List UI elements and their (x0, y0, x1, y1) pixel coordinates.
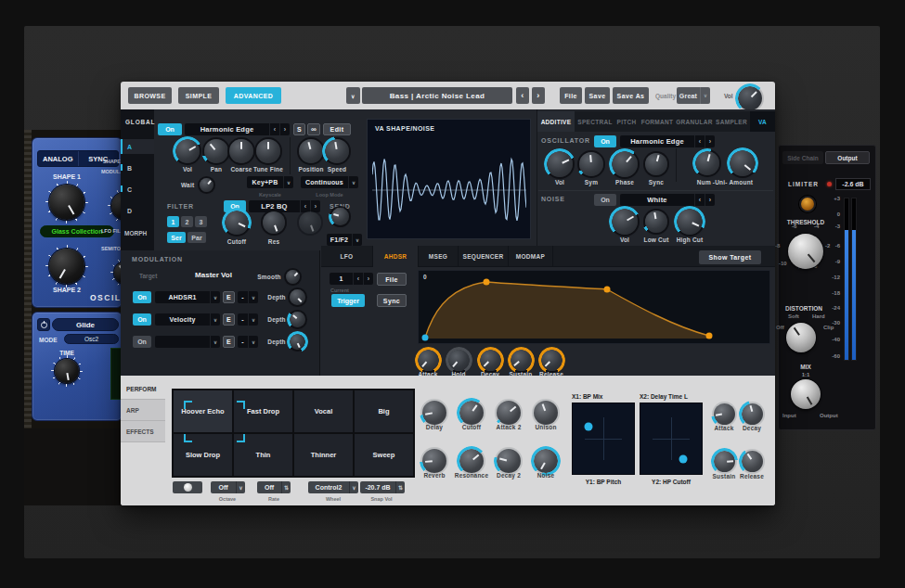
snap-vol-stepper[interactable]: -20.7 dB ⇅ (360, 481, 405, 493)
xy-pad-2[interactable] (640, 403, 703, 475)
tab-additive[interactable]: ADDITIVE (537, 111, 575, 132)
snapshot-pad[interactable]: Slow Drop (174, 434, 232, 476)
audition-button[interactable]: ∞ (307, 123, 320, 135)
tab-advanced[interactable]: ADVANCED (226, 87, 281, 104)
mod-row2-source[interactable]: Velocity ∨ (155, 313, 220, 326)
target-value[interactable]: Master Vol (195, 271, 232, 279)
smooth-knob[interactable] (286, 270, 300, 284)
save-button[interactable]: Save (585, 87, 610, 104)
next-icon[interactable]: › (705, 135, 715, 147)
osc-on-button[interactable]: On (158, 123, 182, 135)
snapshot-pad[interactable]: Hoover Echo (174, 390, 232, 432)
engine-uni-amount-knob[interactable] (730, 150, 756, 176)
mod-row3-on[interactable]: On (133, 336, 151, 348)
analog-button[interactable]: ANALOG (38, 151, 79, 166)
mod-row1-curve[interactable]: E (223, 291, 235, 303)
tab-simple[interactable]: SIMPLE (178, 87, 219, 104)
loop-mode-select[interactable]: Continuous ∨ (301, 176, 358, 188)
snapshot-pad[interactable]: Sweep (355, 434, 413, 476)
macro-resonance-knob[interactable] (459, 449, 484, 473)
layer-tab-c[interactable]: C (121, 182, 154, 197)
tab-va[interactable]: VA (750, 111, 775, 132)
macro-cutoff-knob[interactable] (459, 401, 484, 425)
tab-browse[interactable]: BROWSE (128, 87, 172, 104)
osc-vol-knob[interactable] (175, 139, 200, 163)
shape1-knob[interactable] (49, 185, 84, 220)
filter-serial-button[interactable]: Ser (167, 232, 186, 243)
env-sustain-knob[interactable] (511, 350, 532, 371)
cutoff-knob[interactable] (225, 211, 249, 235)
xy1-handle[interactable] (584, 423, 592, 431)
tab-lfo[interactable]: LFO (321, 246, 373, 267)
osc-pan-knob[interactable] (204, 139, 228, 163)
mod-row3-curve[interactable]: E (223, 336, 235, 348)
snapshot-pad[interactable]: Thin (234, 434, 292, 476)
env-start-handle[interactable] (422, 335, 429, 341)
mod-row2-curve[interactable]: E (223, 313, 235, 326)
env-release-knob[interactable] (541, 350, 562, 371)
mod-row2-on[interactable]: On (133, 313, 151, 326)
noise-lowcut-knob[interactable] (645, 211, 667, 233)
layer-tab-b[interactable]: B (121, 160, 154, 175)
env-attack-knob[interactable] (418, 350, 439, 371)
mod-row1-via[interactable]: - ∨ (238, 291, 258, 303)
engine-vol-knob[interactable] (547, 151, 573, 177)
wait-knob[interactable] (200, 178, 213, 192)
env-attack-handle[interactable] (484, 279, 490, 286)
macro-reverb-knob[interactable] (422, 449, 446, 473)
engine-uni-num-knob[interactable] (695, 151, 719, 175)
noise-on-button[interactable]: On (594, 194, 616, 206)
osc-coarse-knob[interactable] (229, 139, 253, 163)
snapshot-pad[interactable]: Vocal (294, 390, 353, 432)
next-icon[interactable]: › (363, 273, 373, 285)
send-dest-select[interactable]: F1/F2 ∨ (327, 234, 362, 246)
xy-pad-1[interactable] (572, 403, 635, 475)
env-file-button[interactable]: File (377, 273, 407, 286)
tab-mseg[interactable]: MSEG (418, 246, 459, 267)
res-knob[interactable] (263, 211, 285, 234)
engine-sync-knob[interactable] (645, 153, 667, 175)
macro-delay-knob[interactable] (422, 401, 446, 425)
tab-arp[interactable]: ARP (121, 400, 165, 421)
mod-row3-depth-knob[interactable] (290, 334, 305, 350)
show-target-button[interactable]: Show Target (699, 250, 761, 264)
snapshot-knob-button[interactable] (173, 481, 202, 493)
tab-formant[interactable]: FORMANT (640, 111, 674, 132)
noise-highcut-knob[interactable] (677, 209, 703, 235)
master-vol-knob[interactable] (738, 86, 762, 110)
mod-row3-source[interactable]: ∨ (155, 336, 220, 348)
osc-speed-knob[interactable] (325, 139, 349, 163)
octave-select[interactable]: Off ∨ (211, 481, 245, 493)
env-index-select[interactable]: 1 ‹ › (330, 273, 373, 285)
file-button[interactable]: File (560, 87, 582, 104)
rate-stepper[interactable]: Off ⇅ (257, 481, 291, 493)
side-chain-tab[interactable]: Side Chain (782, 151, 823, 164)
perform-decay-knob[interactable] (742, 403, 763, 425)
osc-position-knob[interactable] (299, 139, 323, 163)
osc-tune-fine-knob[interactable] (256, 139, 280, 163)
send-knob[interactable] (331, 208, 349, 225)
env-decay-knob[interactable] (480, 350, 501, 371)
tab-effects[interactable]: EFFECTS (121, 421, 165, 442)
sync-button[interactable]: Sync (377, 294, 407, 307)
save-as-button[interactable]: Save As (613, 87, 649, 104)
noise-type-select[interactable]: White ‹ › (620, 194, 715, 206)
mod-row1-source[interactable]: AHDSR1 ∨ (155, 291, 220, 303)
tab-modmap[interactable]: MODMAP (509, 246, 553, 267)
engine-sym-knob[interactable] (579, 152, 603, 176)
preset-next-button[interactable]: › (532, 87, 545, 104)
wheel-select[interactable]: Control2 ∨ (308, 481, 358, 493)
preset-menu-button[interactable]: ∨ (346, 87, 360, 104)
glide-mode-select[interactable]: Osc2 (64, 334, 119, 344)
osc-source-select[interactable]: Harmonic Edge ‹ › (185, 123, 290, 135)
mod-row1-depth-knob[interactable] (290, 289, 305, 305)
tab-sequencer[interactable]: SEQUENCER (459, 246, 509, 267)
mod-row3-via[interactable]: - ∨ (238, 336, 258, 348)
engine-osc-on-button[interactable]: On (594, 135, 616, 147)
filter-parallel-button[interactable]: Par (187, 232, 206, 243)
glide-power-button[interactable] (37, 318, 50, 331)
snapshot-pad[interactable]: Big (355, 390, 413, 432)
quality-select[interactable]: Great ∨ (677, 87, 710, 104)
perform-attack-knob[interactable] (714, 403, 735, 425)
engine-phase-knob[interactable] (612, 151, 638, 177)
